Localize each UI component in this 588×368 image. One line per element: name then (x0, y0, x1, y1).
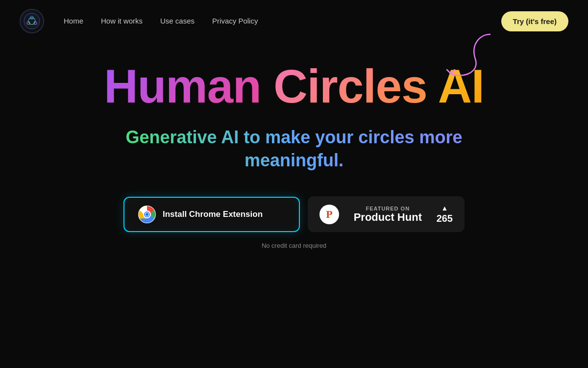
cta-buttons: Install Chrome Extension P FEATURED ON P… (123, 196, 465, 232)
svg-point-0 (24, 13, 40, 29)
ph-upvote-arrow-icon: ▲ (441, 204, 448, 212)
svg-point-13 (146, 213, 148, 216)
title-circles: Circles (273, 60, 427, 112)
product-hunt-text: FEATURED ON Product Hunt (346, 206, 430, 223)
title-human: Human (104, 60, 261, 112)
ph-votes-container: ▲ 265 (437, 204, 453, 224)
nav-privacy-policy[interactable]: Privacy Policy (212, 17, 258, 25)
nav-how-it-works[interactable]: How it works (101, 17, 143, 25)
nav-home[interactable]: Home (64, 17, 83, 25)
chrome-icon (138, 206, 156, 223)
nav-use-cases[interactable]: Use cases (160, 17, 195, 25)
logo[interactable] (20, 9, 44, 33)
install-chrome-extension-button[interactable]: Install Chrome Extension (123, 197, 300, 232)
ph-featured-on-label: FEATURED ON (346, 206, 430, 211)
ph-vote-count: 265 (437, 213, 453, 224)
ph-name-label: Product Hunt (346, 211, 430, 223)
product-hunt-logo: P (319, 205, 339, 224)
product-hunt-button[interactable]: P FEATURED ON Product Hunt ▲ 265 (308, 196, 465, 232)
no-credit-card-note: No credit card required (262, 242, 326, 249)
try-free-button[interactable]: Try (it's free) (501, 11, 568, 31)
hero-subtitle: Generative AI to make your circles more … (126, 126, 463, 172)
chrome-extension-label: Install Chrome Extension (163, 210, 263, 219)
